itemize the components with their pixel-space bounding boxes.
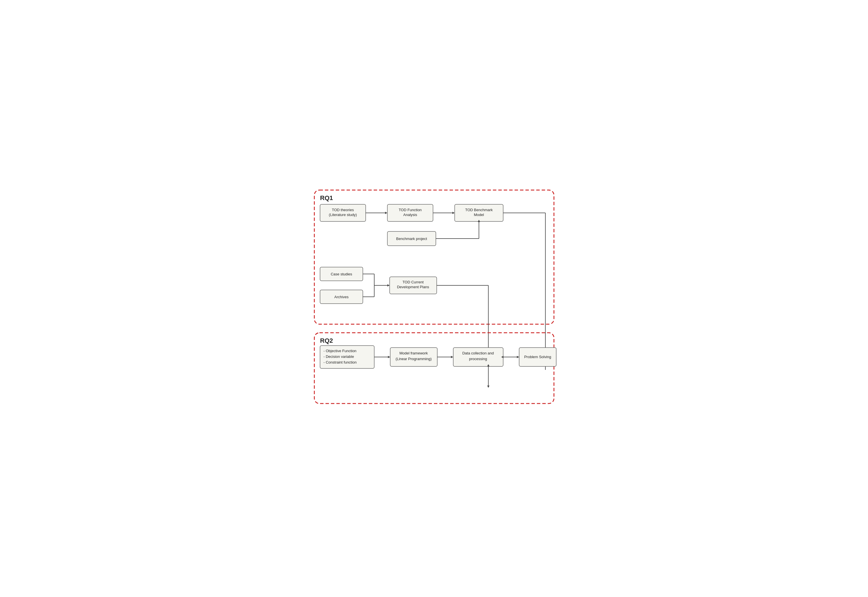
model-framework-text1: Model framework bbox=[399, 351, 428, 355]
case-studies-text: Case studies bbox=[330, 272, 352, 276]
benchmark-project-text: Benchmark project bbox=[396, 236, 427, 241]
data-collection-text2: processing bbox=[469, 357, 487, 361]
arrowhead-model-data bbox=[451, 356, 453, 358]
tod-function-text1: TOD Function bbox=[398, 208, 422, 212]
arrowhead-merge bbox=[387, 284, 390, 287]
tod-current-text2: Development Plans bbox=[397, 285, 429, 289]
obj-text3: - Constraint function bbox=[323, 360, 357, 364]
arrowhead-data-problem bbox=[517, 356, 519, 358]
arrowhead-function-benchmark bbox=[452, 212, 455, 214]
model-framework-text2: (Linear Programming) bbox=[395, 357, 431, 361]
tod-current-text1: TOD Current bbox=[402, 280, 424, 284]
tod-benchmark-text1: TOD Benchmark bbox=[465, 208, 493, 212]
archives-text: Archives bbox=[334, 295, 348, 299]
rq1-label: RQ1 bbox=[320, 195, 333, 202]
tod-theories-text1: TOD theories bbox=[332, 208, 354, 212]
problem-solving-text: Problem Solving bbox=[524, 355, 551, 359]
tod-function-text2: Analysis bbox=[403, 212, 417, 217]
obj-text2: - Decision variable bbox=[323, 355, 354, 359]
arrowhead-theories-function bbox=[385, 212, 387, 214]
tod-theories-text2: (Literature study) bbox=[329, 212, 357, 217]
obj-text1: - Objective Function bbox=[323, 349, 357, 353]
data-collection-text1: Data collection and bbox=[462, 351, 494, 355]
diagram-container: RQ1 TOD theories (Literature study) TOD … bbox=[306, 181, 563, 416]
arrowhead-obj-model bbox=[388, 356, 390, 358]
arrowhead-current-down bbox=[487, 386, 489, 388]
tod-benchmark-text2: Model bbox=[474, 212, 484, 217]
diagram-svg: RQ1 TOD theories (Literature study) TOD … bbox=[311, 187, 557, 410]
rq2-label: RQ2 bbox=[320, 337, 333, 344]
